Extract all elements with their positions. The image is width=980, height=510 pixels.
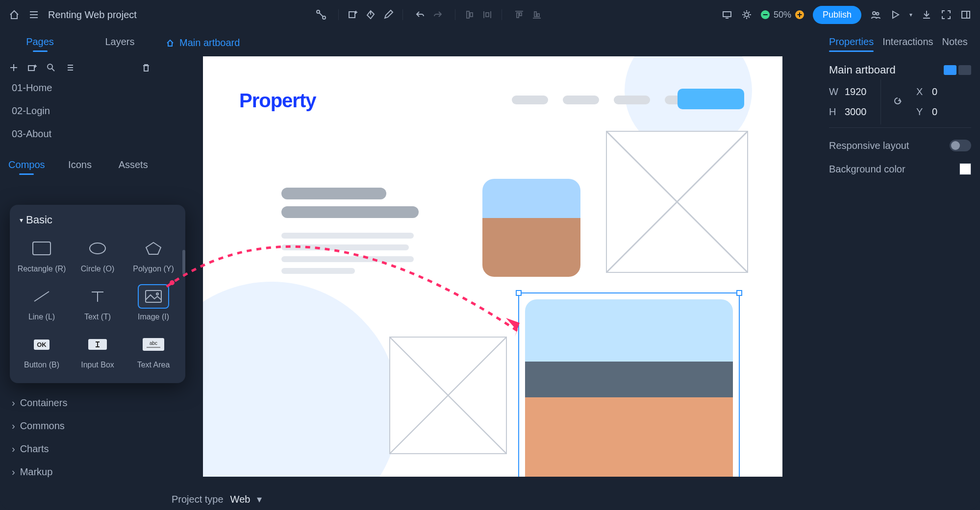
compo-input[interactable]: Input Box bbox=[70, 329, 126, 372]
tab-notes[interactable]: Notes bbox=[942, 36, 968, 52]
tree-containers[interactable]: ›Containers bbox=[0, 391, 160, 414]
gear-icon[interactable] bbox=[741, 9, 752, 20]
zoom-out-icon[interactable]: − bbox=[761, 10, 770, 19]
tree-markup[interactable]: ›Markup bbox=[0, 461, 160, 484]
orientation-toggle[interactable] bbox=[944, 65, 971, 75]
play-icon[interactable] bbox=[890, 9, 901, 20]
pencil-icon[interactable] bbox=[383, 9, 394, 20]
artboard[interactable]: Property bbox=[203, 56, 782, 477]
responsive-label: Responsive layout bbox=[829, 140, 909, 151]
artboard-breadcrumb[interactable]: Main artboard bbox=[160, 29, 820, 56]
align-top-icon[interactable] bbox=[514, 9, 525, 20]
svg-rect-4 bbox=[470, 13, 473, 17]
tab-interactions[interactable]: Interactions bbox=[882, 36, 933, 52]
svg-point-13 bbox=[877, 13, 879, 15]
canvas-cta-placeholder bbox=[678, 89, 744, 109]
distribute-h-icon[interactable] bbox=[482, 9, 493, 20]
chevron-right-icon: › bbox=[12, 397, 15, 409]
chevron-right-icon: › bbox=[12, 466, 15, 478]
chevron-right-icon: › bbox=[12, 443, 15, 455]
tab-compos[interactable]: Compos bbox=[0, 153, 53, 181]
zoom-in-icon[interactable]: + bbox=[795, 10, 804, 19]
x-value[interactable]: 0 bbox=[932, 86, 966, 97]
device-icon[interactable] bbox=[722, 9, 732, 20]
canvas[interactable]: Property bbox=[160, 56, 820, 488]
list-icon[interactable] bbox=[65, 63, 75, 73]
project-type-label: Project type bbox=[172, 494, 224, 505]
resize-handle[interactable] bbox=[516, 290, 522, 296]
svg-rect-14 bbox=[962, 11, 970, 18]
fullscreen-icon[interactable] bbox=[941, 9, 952, 20]
align-bottom-icon[interactable] bbox=[531, 9, 542, 20]
w-value[interactable]: 1920 bbox=[845, 86, 879, 97]
compo-rectangle[interactable]: Rectangle (R) bbox=[14, 233, 70, 276]
bgcolor-swatch[interactable] bbox=[959, 163, 971, 175]
pen-icon[interactable] bbox=[365, 9, 376, 20]
compo-text[interactable]: Text (T) bbox=[70, 281, 126, 324]
components-popover: ▾ Basic Rectangle (R) Circle (O) Polygon… bbox=[10, 205, 185, 383]
page-item-home[interactable]: 01-Home bbox=[0, 76, 160, 99]
search-icon[interactable] bbox=[46, 63, 56, 73]
new-folder-icon[interactable] bbox=[27, 63, 37, 73]
right-tabs: Properties Interactions Notes bbox=[829, 29, 971, 59]
page-toolbar bbox=[0, 59, 160, 76]
svg-point-18 bbox=[90, 243, 105, 254]
tab-pages[interactable]: Pages bbox=[0, 29, 80, 59]
align-h-icon[interactable] bbox=[464, 9, 475, 20]
compo-button[interactable]: OK Button (B) bbox=[14, 329, 70, 372]
panel-icon[interactable] bbox=[960, 9, 971, 20]
page-item-login[interactable]: 02-Login bbox=[0, 99, 160, 122]
play-chevron-icon[interactable]: ▾ bbox=[909, 11, 912, 18]
selection-box[interactable] bbox=[518, 292, 740, 477]
svg-point-12 bbox=[873, 12, 876, 15]
compo-group-basic[interactable]: ▾ Basic bbox=[14, 212, 181, 233]
add-page-icon[interactable] bbox=[9, 63, 19, 73]
tree-commons[interactable]: ›Commons bbox=[0, 414, 160, 437]
y-value[interactable]: 0 bbox=[932, 106, 966, 118]
left-tabs: Pages Layers bbox=[0, 29, 160, 59]
home-icon[interactable] bbox=[9, 9, 20, 20]
undo-icon[interactable] bbox=[415, 9, 426, 20]
scrollbar-thumb[interactable] bbox=[182, 250, 185, 274]
compo-image[interactable]: Image (I) bbox=[126, 281, 181, 324]
hamburger-icon[interactable] bbox=[28, 9, 39, 20]
component-tree: ›Containers ›Commons ›Charts ›Markup bbox=[0, 391, 160, 484]
download-icon[interactable] bbox=[921, 9, 932, 20]
redo-icon[interactable] bbox=[432, 9, 443, 20]
tab-properties[interactable]: Properties bbox=[829, 36, 874, 52]
canvas-text-placeholder bbox=[281, 233, 414, 274]
right-panel: Properties Interactions Notes Main artbo… bbox=[820, 29, 980, 510]
chevron-right-icon: › bbox=[12, 420, 15, 432]
tab-icons[interactable]: Icons bbox=[53, 153, 107, 181]
tree-charts[interactable]: ›Charts bbox=[0, 437, 160, 461]
portrait-toggle[interactable] bbox=[944, 65, 956, 75]
svg-rect-15 bbox=[28, 66, 34, 71]
compo-line[interactable]: Line (L) bbox=[14, 281, 70, 324]
bottom-bar: Project type Web ▾ bbox=[160, 488, 820, 510]
asset-tabs: Compos Icons Assets bbox=[0, 153, 160, 181]
tab-assets[interactable]: Assets bbox=[106, 153, 160, 181]
compo-polygon[interactable]: Polygon (Y) bbox=[126, 233, 181, 276]
x-label: X bbox=[916, 86, 928, 97]
chevron-down-icon: ▾ bbox=[20, 216, 23, 224]
compo-textarea[interactable]: abc Text Area bbox=[126, 329, 181, 372]
landscape-toggle[interactable] bbox=[958, 65, 971, 75]
link-dimensions-icon[interactable] bbox=[883, 97, 912, 107]
collab-icon[interactable] bbox=[870, 9, 881, 20]
add-artboard-icon[interactable] bbox=[348, 9, 358, 20]
connector-icon[interactable] bbox=[316, 9, 327, 20]
chevron-down-icon[interactable]: ▾ bbox=[257, 493, 262, 505]
page-item-about[interactable]: 03-About bbox=[0, 122, 160, 146]
responsive-toggle[interactable] bbox=[950, 140, 971, 151]
image-placeholder bbox=[389, 337, 507, 454]
svg-rect-3 bbox=[467, 11, 469, 18]
trash-icon[interactable] bbox=[141, 63, 151, 73]
tab-layers[interactable]: Layers bbox=[80, 29, 160, 59]
resize-handle[interactable] bbox=[736, 290, 742, 296]
project-type-value[interactable]: Web bbox=[230, 494, 251, 505]
svg-rect-8 bbox=[534, 12, 536, 17]
h-value[interactable]: 3000 bbox=[845, 106, 879, 118]
compo-circle[interactable]: Circle (O) bbox=[70, 233, 126, 276]
zoom-control[interactable]: − 50% + bbox=[761, 10, 804, 20]
publish-button[interactable]: Publish bbox=[813, 6, 861, 24]
